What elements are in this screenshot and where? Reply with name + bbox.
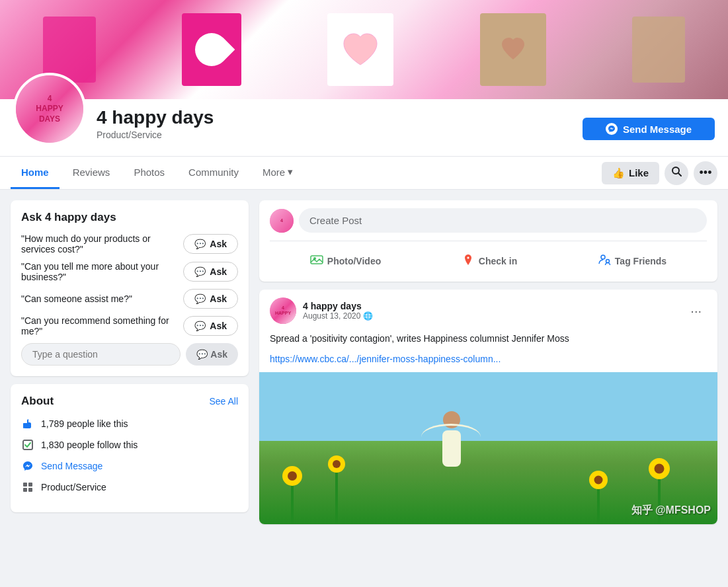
about-section: About See All 1,789 people like this 1,8… bbox=[11, 384, 249, 512]
create-post-box: 4 Create Post Photo/Video bbox=[259, 200, 717, 282]
profile-info: 4 happy days Product/Service bbox=[97, 107, 572, 145]
like-button[interactable]: 👍 Like bbox=[602, 162, 659, 184]
ask-button-1[interactable]: 💬 Ask bbox=[183, 234, 238, 254]
nav-actions: 👍 Like ••• bbox=[602, 161, 717, 185]
page-name: 4 happy days bbox=[97, 107, 572, 128]
about-likes-item: 1,789 people like this bbox=[21, 417, 238, 430]
create-post-input-button[interactable]: Create Post bbox=[299, 208, 707, 233]
svg-rect-2 bbox=[23, 423, 24, 428]
messenger-icon bbox=[606, 123, 618, 135]
ask-section: Ask 4 happy days "How much do your produ… bbox=[11, 200, 249, 376]
check-in-icon bbox=[462, 253, 475, 268]
left-column: Ask 4 happy days "How much do your produ… bbox=[11, 200, 249, 524]
create-post-actions: Photo/Video Check in Tag Friends bbox=[270, 241, 707, 274]
avatar-text: 4 HAPPY DAYS bbox=[30, 89, 68, 130]
sunflower-3 bbox=[589, 471, 608, 524]
ask-question-3: "Can someone assist me?" bbox=[21, 294, 175, 304]
ask-label-4: Ask bbox=[210, 321, 227, 331]
about-header: About See All bbox=[21, 395, 238, 408]
ask-question-1: "How much do your products or services c… bbox=[21, 233, 175, 254]
post-date: August 13, 2020 🌐 bbox=[303, 311, 678, 321]
tab-photos[interactable]: Photos bbox=[123, 157, 175, 189]
search-button[interactable] bbox=[665, 161, 688, 185]
category-text: Product/Service bbox=[41, 482, 106, 492]
messenger-small-icon-1: 💬 bbox=[194, 239, 206, 249]
tab-reviews[interactable]: Reviews bbox=[62, 157, 121, 189]
tab-community[interactable]: Community bbox=[178, 157, 249, 189]
post-meta: 4 happy days August 13, 2020 🌐 bbox=[303, 301, 678, 321]
see-all-link[interactable]: See All bbox=[209, 396, 238, 407]
ask-label-3: Ask bbox=[210, 294, 227, 304]
messenger-about-icon bbox=[21, 459, 34, 473]
messenger-small-icon-4: 💬 bbox=[194, 321, 206, 331]
post-link[interactable]: https://www.cbc.ca/.../jennifer-moss-hap… bbox=[259, 354, 717, 372]
sunflower-1 bbox=[282, 466, 302, 524]
messenger-small-icon-2: 💬 bbox=[194, 266, 206, 277]
svg-rect-6 bbox=[23, 488, 27, 492]
cover-decoration-5 bbox=[632, 17, 685, 83]
ask-label-2: Ask bbox=[210, 266, 227, 277]
ask-question-input[interactable] bbox=[21, 343, 181, 366]
post-page-name: 4 happy days bbox=[303, 301, 678, 311]
svg-rect-7 bbox=[28, 488, 32, 492]
search-icon bbox=[671, 166, 682, 180]
thumbsup-about-icon bbox=[21, 417, 34, 430]
ask-input-row: 💬 Ask bbox=[21, 343, 238, 366]
right-column: 4 Create Post Photo/Video bbox=[259, 200, 717, 524]
svg-line-1 bbox=[678, 173, 681, 176]
about-category-item: Product/Service bbox=[21, 481, 238, 494]
post-card: 4HAPPY 4 happy days August 13, 2020 🌐 ··… bbox=[259, 290, 717, 524]
ask-submit-button[interactable]: 💬 Ask bbox=[186, 343, 238, 366]
watermark: 知乎 @MFSHOP bbox=[631, 504, 711, 518]
ask-section-title: Ask 4 happy days bbox=[21, 211, 238, 224]
post-avatar: 4HAPPY bbox=[270, 297, 296, 324]
photo-video-icon bbox=[310, 253, 323, 268]
tab-more-label: More bbox=[263, 167, 285, 178]
check-in-button[interactable]: Check in bbox=[451, 248, 528, 274]
chevron-down-icon: ▾ bbox=[288, 166, 293, 178]
svg-point-10 bbox=[601, 255, 605, 259]
likes-count: 1,789 people like this bbox=[41, 418, 128, 429]
more-options-button[interactable]: ••• bbox=[694, 161, 717, 185]
svg-rect-8 bbox=[311, 256, 323, 264]
mini-avatar: 4 bbox=[270, 209, 294, 233]
send-message-button[interactable]: Send Message bbox=[583, 118, 715, 140]
ask-button-4[interactable]: 💬 Ask bbox=[183, 316, 238, 336]
ask-item-1: "How much do your products or services c… bbox=[21, 233, 238, 254]
create-post-top: 4 Create Post bbox=[270, 208, 707, 233]
ask-question-2: "Can you tell me more about your busines… bbox=[21, 261, 175, 282]
check-in-label: Check in bbox=[479, 256, 517, 266]
tag-friends-button[interactable]: Tag Friends bbox=[587, 248, 677, 274]
cover-photo bbox=[0, 0, 728, 99]
thumbsup-icon: 👍 bbox=[612, 167, 625, 179]
send-message-label: Send Message bbox=[623, 124, 692, 135]
messenger-small-icon-3: 💬 bbox=[194, 294, 206, 304]
photo-video-label: Photo/Video bbox=[327, 256, 381, 266]
cover-decoration-2 bbox=[182, 13, 241, 86]
svg-rect-4 bbox=[23, 483, 27, 487]
tab-more[interactable]: More ▾ bbox=[252, 157, 303, 189]
profile-actions: Send Message bbox=[583, 118, 715, 145]
cover-decoration-4 bbox=[480, 13, 546, 86]
main-content: Ask 4 happy days "How much do your produ… bbox=[0, 190, 728, 535]
ask-item-3: "Can someone assist me?" 💬 Ask bbox=[21, 289, 238, 309]
post-options-button[interactable]: ··· bbox=[685, 301, 707, 321]
ask-label-1: Ask bbox=[210, 239, 227, 249]
ask-item-2: "Can you tell me more about your busines… bbox=[21, 261, 238, 282]
ask-button-3[interactable]: 💬 Ask bbox=[183, 289, 238, 309]
tab-home[interactable]: Home bbox=[11, 157, 60, 189]
follows-count: 1,830 people follow this bbox=[41, 440, 138, 450]
ask-button-2[interactable]: 💬 Ask bbox=[183, 262, 238, 282]
about-title: About bbox=[21, 395, 54, 408]
send-message-about-link[interactable]: Send Message bbox=[41, 461, 102, 471]
follow-icon bbox=[21, 438, 34, 451]
facebook-page: 4 HAPPY DAYS 4 happy days Product/Servic… bbox=[0, 0, 728, 535]
photo-video-button[interactable]: Photo/Video bbox=[300, 248, 391, 274]
svg-rect-5 bbox=[28, 483, 32, 487]
ask-question-4: "Can you recommend something for me?" bbox=[21, 315, 175, 336]
navigation-tabs: Home Reviews Photos Community More ▾ 👍 L… bbox=[0, 157, 728, 190]
category-icon bbox=[21, 481, 34, 494]
profile-section: 4 HAPPY DAYS 4 happy days Product/Servic… bbox=[0, 99, 728, 157]
about-follows-item: 1,830 people follow this bbox=[21, 438, 238, 451]
messenger-icon-submit: 💬 bbox=[196, 349, 208, 360]
